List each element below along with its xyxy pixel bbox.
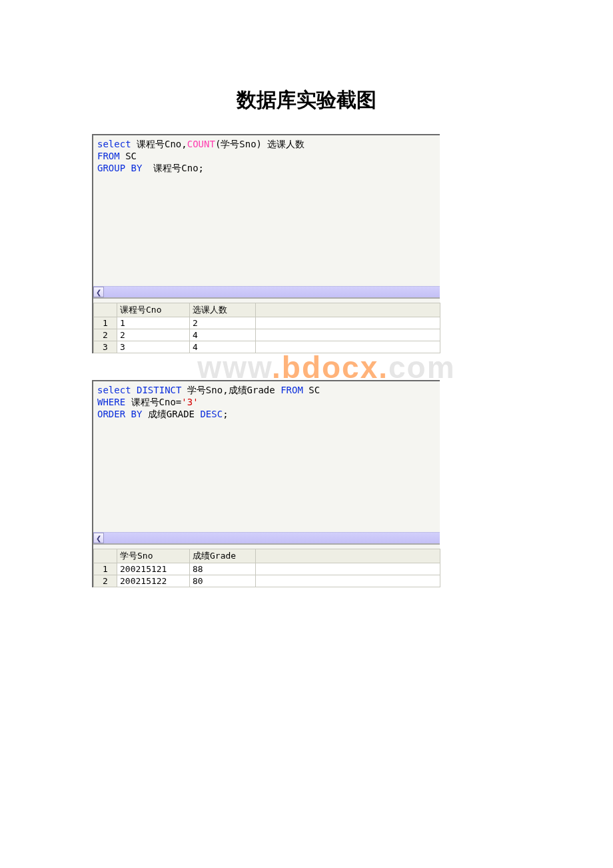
- results-header-row: 学号Sno成绩Grade: [94, 549, 440, 563]
- sql-token: 学号Sno,成绩Grade: [181, 385, 281, 395]
- rownum-header: [94, 303, 117, 317]
- cell-blank: [256, 575, 440, 587]
- table-row: 334: [94, 341, 440, 353]
- cell: 200215121: [117, 563, 190, 575]
- sql-token: SC: [120, 151, 137, 161]
- table-row: 112: [94, 317, 440, 329]
- column-header: 学号Sno: [117, 549, 190, 563]
- sql-token: (学号Sno) 选课人数: [215, 139, 305, 149]
- cell: 4: [190, 329, 256, 341]
- cell: 88: [190, 563, 256, 575]
- sql-line: GROUP BY 课程号Cno;: [97, 162, 436, 174]
- sql-line: WHERE 课程号Cno='3': [97, 396, 436, 408]
- cell-blank: [256, 329, 440, 341]
- sql-token: ORDER BY: [97, 409, 148, 419]
- hscrollbar[interactable]: ❮: [93, 532, 440, 543]
- column-header-blank: [256, 549, 440, 563]
- scroll-left-icon[interactable]: ❮: [93, 533, 104, 543]
- table-row: 220021512280: [94, 575, 440, 587]
- cell: 2: [117, 329, 190, 341]
- sql-token: '3': [181, 397, 198, 407]
- sql-line: select DISTINCT 学号Sno,成绩Grade FROM SC: [97, 384, 436, 396]
- hscrollbar[interactable]: ❮: [93, 286, 440, 297]
- row-number: 2: [94, 329, 117, 341]
- sql-token: DESC: [200, 409, 223, 419]
- column-header: 课程号Cno: [117, 303, 190, 317]
- cell: 1: [117, 317, 190, 329]
- sql-screenshot-2: select DISTINCT 学号Sno,成绩Grade FROM SCWHE…: [92, 380, 440, 587]
- cell-blank: [256, 563, 440, 575]
- page-title: 数据库实验截图: [0, 87, 613, 114]
- sql-token: WHERE: [97, 397, 125, 407]
- row-number: 1: [94, 563, 117, 575]
- cell: 4: [190, 341, 256, 353]
- table-row: 224: [94, 329, 440, 341]
- row-number: 2: [94, 575, 117, 587]
- sql-screenshot-1: select 课程号Cno,COUNT(学号Sno) 选课人数FROM SCGR…: [92, 134, 440, 353]
- rownum-header: [94, 549, 117, 563]
- scroll-track[interactable]: [104, 287, 440, 297]
- results-grid-2: 学号Sno成绩Grade120021512188220021512280: [93, 549, 440, 587]
- results-grid-1: 课程号Cno选课人数112224334: [93, 303, 440, 353]
- sql-editor-1: select 课程号Cno,COUNT(学号Sno) 选课人数FROM SCGR…: [93, 135, 440, 286]
- column-header: 成绩Grade: [190, 549, 256, 563]
- sql-token: FROM: [97, 151, 120, 161]
- sql-token: COUNT: [187, 139, 215, 149]
- scroll-track[interactable]: [104, 533, 440, 543]
- sql-line: ORDER BY 成绩GRADE DESC;: [97, 408, 436, 420]
- sql-token: select: [97, 139, 131, 149]
- column-header-blank: [256, 303, 440, 317]
- sql-token: 课程号Cno=: [125, 397, 181, 407]
- table-row: 120021512188: [94, 563, 440, 575]
- sql-line: select 课程号Cno,COUNT(学号Sno) 选课人数: [97, 138, 436, 150]
- cell: 2: [190, 317, 256, 329]
- row-number: 3: [94, 341, 117, 353]
- scroll-left-icon[interactable]: ❮: [93, 287, 104, 297]
- cell-blank: [256, 341, 440, 353]
- results-header-row: 课程号Cno选课人数: [94, 303, 440, 317]
- sql-token: 成绩GRADE: [148, 409, 201, 419]
- cell-blank: [256, 317, 440, 329]
- sql-editor-2: select DISTINCT 学号Sno,成绩Grade FROM SCWHE…: [93, 381, 440, 532]
- sql-token: GROUP BY: [97, 163, 142, 173]
- cell: 200215122: [117, 575, 190, 587]
- sql-token: FROM: [281, 385, 303, 395]
- sql-token: 课程号Cno;: [142, 163, 204, 173]
- sql-token: select DISTINCT: [97, 385, 181, 395]
- cell: 3: [117, 341, 190, 353]
- sql-line: FROM SC: [97, 150, 436, 162]
- cell: 80: [190, 575, 256, 587]
- sql-token: 课程号Cno,: [131, 139, 187, 149]
- row-number: 1: [94, 317, 117, 329]
- column-header: 选课人数: [190, 303, 256, 317]
- sql-token: SC: [303, 385, 320, 395]
- sql-token: ;: [223, 409, 228, 419]
